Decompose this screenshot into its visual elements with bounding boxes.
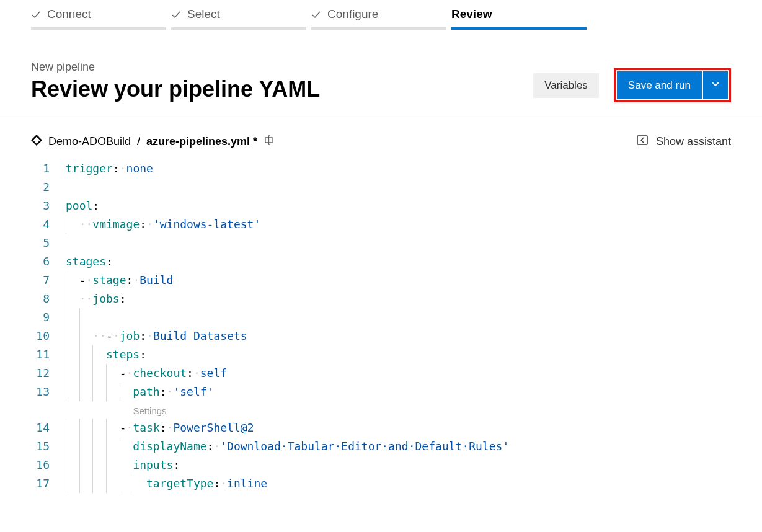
repo-name[interactable]: Demo-ADOBuild [48,135,131,148]
save-and-run-button[interactable]: Save and run [617,71,702,99]
code-line[interactable]: path:·'self' [66,383,762,401]
step-bar [311,27,446,30]
line-number: 5 [31,234,50,252]
step-bar [31,27,166,30]
code-line[interactable]: targetType:·inline [66,474,762,493]
line-number: 11 [31,345,50,364]
line-number: 3 [31,197,50,215]
variables-button[interactable]: Variables [533,73,599,98]
step-label: Review [451,7,492,21]
code-line[interactable]: stages: [66,252,762,271]
code-line[interactable]: ··jobs: [66,290,762,308]
code-line[interactable] [66,178,762,197]
save-and-run-dropdown[interactable] [703,71,728,99]
path-separator: / [137,135,140,148]
line-number: 17 [31,474,50,493]
step-configure[interactable]: Configure [311,7,446,30]
line-number: 4 [31,215,50,234]
line-number: 8 [31,290,50,308]
check-icon [311,9,321,19]
line-number: 16 [31,456,50,474]
code-line[interactable]: displayName:·'Download·Tabular·Editor·an… [66,437,762,456]
show-assistant-label: Show assistant [656,135,731,148]
code-area[interactable]: trigger:·nonepool:··vmimage:·'windows-la… [66,159,762,493]
line-number: 10 [31,327,50,345]
check-icon [31,9,41,19]
line-number: 7 [31,271,50,290]
code-line[interactable]: ··vmimage:·'windows-latest' [66,215,762,234]
line-number: 14 [31,419,50,437]
task-settings-codelens[interactable]: Settings [133,406,166,416]
file-name[interactable]: azure-pipelines.yml * [146,135,257,148]
repo-icon [31,135,42,149]
code-line[interactable] [66,234,762,252]
chevron-down-icon [711,79,720,92]
code-line[interactable]: pool: [66,197,762,215]
step-review[interactable]: Review [451,7,587,30]
step-label: Select [187,7,220,21]
step-label: Configure [327,7,378,21]
check-icon [171,9,181,19]
step-label: Connect [47,7,91,21]
yaml-editor[interactable]: 1234567891011121314151617 trigger:·nonep… [0,159,762,493]
code-line[interactable]: steps: [66,345,762,364]
sidebar-collapse-icon [636,134,649,149]
code-line[interactable]: ··-·job:·Build_Datasets [66,327,762,345]
rename-icon[interactable] [264,134,276,149]
code-line[interactable]: -·task:·PowerShell@2 [66,419,762,437]
step-bar [171,27,306,30]
file-bar: Demo-ADOBuild / azure-pipelines.yml * Sh… [0,115,762,159]
code-line[interactable]: inputs: [66,456,762,474]
line-number: 12 [31,364,50,383]
code-line[interactable]: trigger:·none [66,159,762,178]
svg-rect-0 [637,136,647,144]
title-block: New pipeline Review your pipeline YAML V… [0,30,762,115]
show-assistant-button[interactable]: Show assistant [636,134,731,149]
line-number: 15 [31,437,50,456]
save-and-run-highlight: Save and run [614,68,731,102]
line-number: 2 [31,178,50,197]
step-select[interactable]: Select [171,7,306,30]
pipeline-stepper: Connect Select Configure Review [0,0,762,30]
step-connect[interactable]: Connect [31,7,166,30]
line-number: 6 [31,252,50,271]
code-line[interactable] [66,308,762,327]
code-line[interactable]: -·stage:·Build [66,271,762,290]
line-number: 1 [31,159,50,178]
line-number: 9 [31,308,50,327]
step-bar [451,27,587,30]
code-line[interactable]: -·checkout:·self [66,364,762,383]
page-title: Review your pipeline YAML [31,76,320,102]
line-number: 13 [31,383,50,401]
breadcrumb: New pipeline [31,61,320,74]
line-gutter: 1234567891011121314151617 [31,159,66,493]
